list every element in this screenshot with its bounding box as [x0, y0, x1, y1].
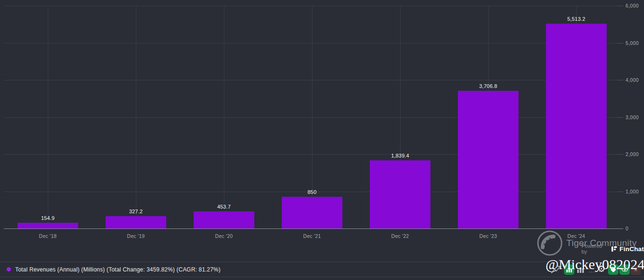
bar-value-label: 3,706.8 — [479, 83, 497, 89]
y-axis-tick-label: 1,000 — [626, 189, 639, 194]
bar-value-label: 1,839.4 — [391, 153, 409, 158]
y-axis-tick — [617, 6, 623, 6]
bar-value-label: 453.7 — [217, 204, 231, 210]
v-gridline — [48, 6, 48, 228]
bar-chart-active-icon[interactable] — [564, 264, 574, 275]
bar-dec-23[interactable] — [458, 91, 519, 228]
bar-dec-22[interactable] — [370, 160, 430, 228]
y-axis-tick — [617, 154, 623, 155]
v-gridline — [312, 6, 313, 228]
bar-value-label: 5,513.2 — [567, 16, 585, 22]
revenue-bar-chart-app: 01,0002,0003,0004,0005,0006,000154.9Dec … — [0, 0, 644, 280]
bar-dec-24[interactable] — [546, 24, 607, 228]
x-axis-category-label: Dec '19 — [127, 233, 144, 239]
y-axis-tick-label: 3,000 — [626, 114, 639, 120]
y-axis-tick-label: 6,000 — [626, 3, 639, 9]
y-axis-tick — [617, 117, 623, 118]
y-axis-tick — [617, 80, 623, 80]
bar-dec-21[interactable] — [282, 197, 342, 228]
y-axis-tick — [617, 43, 623, 44]
eye-icon[interactable] — [619, 264, 630, 275]
bar-dec-20[interactable] — [194, 211, 254, 228]
x-axis-category-label: Dec '23 — [479, 233, 497, 239]
bar-value-label: 850 — [308, 189, 317, 195]
y-axis-tick-label: 5,000 — [626, 40, 639, 46]
bar-dec-19[interactable] — [106, 216, 166, 228]
v-gridline — [224, 6, 224, 228]
bar-value-label: 154.9 — [41, 215, 55, 221]
x-axis-line — [4, 228, 622, 229]
legend-series-label: Total Revenues (Annual) (Millions) (Tota… — [15, 266, 221, 273]
gear-icon[interactable]: ⚙ — [596, 264, 607, 274]
y-axis-tick — [617, 192, 623, 192]
powered-by-finchat: Powered by FinChat — [581, 243, 644, 254]
legend-series-dot — [7, 267, 11, 271]
finchat-logo-icon — [611, 245, 617, 253]
x-axis-category-label: Dec '24 — [567, 233, 585, 239]
legend-bottom-divider — [0, 277, 644, 277]
tiger-community-logo — [537, 230, 563, 256]
tiger-community-watermark: Tiger Community — [537, 230, 636, 256]
legend-item[interactable]: Total Revenues (Annual) (Millions) (Tota… — [0, 262, 644, 277]
x-axis-category-label: Dec '22 — [391, 233, 409, 239]
v-gridline — [136, 6, 136, 228]
chart-plot-area: 01,0002,0003,0004,0005,0006,000154.9Dec … — [0, 0, 644, 228]
tiger-community-label: Tiger Community — [566, 238, 636, 248]
finchat-brand-label: FinChat — [619, 245, 644, 253]
y-axis-tick-label: 2,000 — [626, 151, 639, 157]
zigzag-line-icon[interactable] — [551, 264, 561, 275]
tag-icon[interactable] — [608, 264, 618, 275]
close-icon[interactable]: × — [631, 265, 641, 275]
y-axis-tick-label: 0 — [626, 226, 628, 231]
y-axis-tick-label: 4,000 — [626, 77, 639, 83]
x-axis-category-label: Dec '20 — [215, 233, 233, 239]
powered-by-label: Powered by — [581, 243, 608, 254]
bar-chart-icon[interactable] — [576, 265, 585, 274]
bar-dec-18[interactable] — [18, 223, 78, 228]
x-axis-category-label: Dec '21 — [303, 233, 321, 239]
ellipsis-icon[interactable]: ... — [588, 267, 596, 274]
bar-value-label: 327.2 — [129, 209, 143, 214]
x-axis-category-label: Dec '18 — [39, 233, 56, 239]
